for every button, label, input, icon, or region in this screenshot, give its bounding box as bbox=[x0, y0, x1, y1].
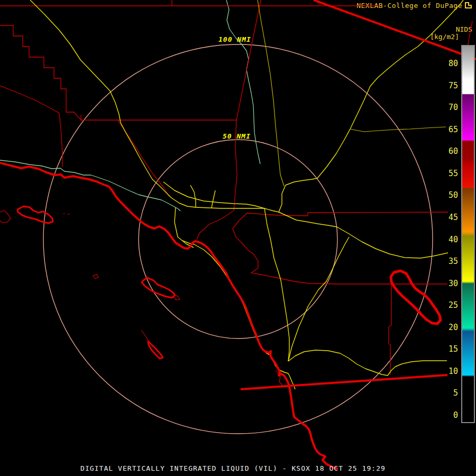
island-santabarbara bbox=[93, 274, 98, 279]
island-channel-west bbox=[0, 210, 11, 223]
island-catalina bbox=[142, 278, 175, 298]
range-ring-100nmi bbox=[43, 44, 433, 434]
colorbar bbox=[461, 45, 475, 423]
highway-i5-north bbox=[30, 0, 196, 207]
salton-sea bbox=[391, 271, 441, 324]
mexico-border bbox=[241, 375, 447, 389]
colorbar-tick-75: 75 bbox=[437, 81, 458, 90]
highway-connector bbox=[190, 185, 196, 207]
county-border bbox=[389, 284, 391, 374]
island-catalina-tail bbox=[173, 294, 180, 300]
highway-i15-vegas bbox=[279, 0, 463, 212]
range-ring-50nmi bbox=[139, 140, 337, 338]
range-ring-label-50nmi: 50 NMI bbox=[223, 132, 251, 140]
colorbar-tick-40: 40 bbox=[437, 235, 458, 244]
range-ring-label-100nmi: 100 NMI bbox=[218, 35, 251, 43]
coastline bbox=[0, 163, 337, 469]
cod-logo-icon bbox=[465, 2, 472, 8]
colorbar-tick-15: 15 bbox=[437, 344, 458, 354]
highway-i5-coast bbox=[182, 241, 295, 389]
nids-label: NIDS bbox=[456, 25, 472, 33]
highway-710 bbox=[175, 207, 194, 248]
colorbar-tick-10: 10 bbox=[437, 367, 458, 376]
river-line bbox=[0, 160, 180, 211]
units-label: [kg/m2] bbox=[430, 33, 459, 41]
radar-map bbox=[0, 0, 476, 476]
colorbar-tick-60: 60 bbox=[437, 147, 458, 156]
colorbar-tick-55: 55 bbox=[437, 169, 458, 178]
highway-210 bbox=[163, 182, 264, 208]
colorbar-tick-20: 20 bbox=[437, 323, 458, 332]
colorbar-gradient bbox=[462, 46, 474, 422]
colorbar-tick-45: 45 bbox=[437, 213, 458, 222]
county-border bbox=[276, 370, 282, 385]
colorbar-tick-25: 25 bbox=[437, 300, 458, 310]
page-title: NEXLAB-College of DuPage bbox=[356, 2, 462, 10]
highway-40-east bbox=[350, 127, 446, 132]
colorbar-tick-30: 30 bbox=[437, 279, 458, 288]
colorbar-tick-70: 70 bbox=[437, 103, 458, 112]
highway-395 bbox=[258, 0, 284, 186]
island-sanclemente-tip bbox=[141, 330, 148, 340]
colorbar-tick-0: 0 bbox=[437, 410, 458, 420]
island-channel bbox=[17, 206, 53, 223]
product-caption: DIGITAL VERTICALLY INTEGRATED LIQUID (VI… bbox=[80, 464, 386, 472]
island-sanclemente bbox=[148, 341, 163, 359]
county-border bbox=[0, 86, 62, 167]
highway-i15-south bbox=[264, 208, 289, 361]
colorbar-tick-35: 35 bbox=[437, 257, 458, 266]
colorbar-tick-65: 65 bbox=[437, 125, 458, 134]
county-border bbox=[233, 212, 448, 284]
highway-connector bbox=[212, 190, 215, 208]
colorbar-tick-5: 5 bbox=[437, 388, 458, 398]
highway-i15-inland bbox=[288, 237, 349, 361]
colorbar-tick-50: 50 bbox=[437, 190, 458, 200]
county-border bbox=[118, 121, 169, 197]
colorbar-tick-80: 80 bbox=[437, 59, 458, 68]
county-border bbox=[0, 25, 82, 120]
highway-i8-east bbox=[288, 350, 447, 376]
radar-display: NEXLAB-College of DuPage NIDS [kg/m2] bbox=[0, 0, 476, 476]
harbor-breakwater bbox=[63, 214, 70, 214]
highway-i10-east bbox=[196, 207, 448, 258]
colorbar-tick-labels: 80757065605550454035302520151050 bbox=[0, 0, 476, 476]
